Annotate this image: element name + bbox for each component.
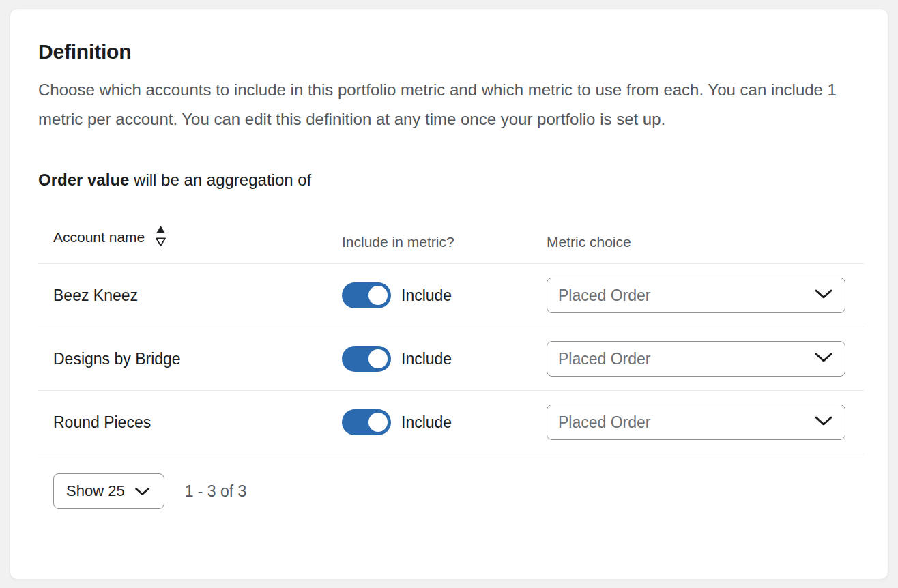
table-row: Beez Kneez Include Placed Order [38, 264, 864, 327]
include-toggle[interactable] [342, 409, 391, 435]
page-size-label: Show 25 [66, 482, 125, 500]
account-name-header-label: Account name [53, 229, 145, 246]
chevron-down-icon [814, 289, 833, 302]
toggle-knob [368, 349, 388, 368]
accounts-table: Account name Include in metric? Metric c… [38, 224, 864, 509]
account-name: Round Pieces [53, 413, 151, 431]
sort-icon[interactable] [155, 225, 166, 250]
pagination-range: 1 - 3 of 3 [185, 482, 247, 501]
metric-choice-value: Placed Order [558, 413, 651, 432]
account-name: Designs by Bridge [53, 350, 181, 368]
metric-name: Order value [38, 171, 129, 189]
definition-card: Definition Choose which accounts to incl… [10, 8, 888, 580]
include-toggle[interactable] [342, 346, 391, 372]
toggle-knob [368, 413, 388, 432]
page-title: Definition [38, 39, 863, 65]
account-name: Beez Kneez [53, 286, 138, 304]
include-toggle[interactable] [342, 282, 391, 308]
aggregation-line-rest: will be an aggregation of [129, 171, 311, 189]
aggregation-line: Order value will be an aggregation of [38, 171, 863, 190]
include-toggle-label: Include [401, 350, 452, 368]
column-header-metric-choice: Metric choice [547, 234, 631, 250]
chevron-down-icon [134, 482, 150, 500]
metric-choice-select[interactable]: Placed Order [547, 278, 845, 313]
metric-choice-select[interactable]: Placed Order [547, 405, 845, 440]
metric-choice-value: Placed Order [558, 286, 651, 305]
table-header-row: Account name Include in metric? Metric c… [38, 224, 864, 264]
include-toggle-label: Include [401, 413, 452, 432]
table-row: Designs by Bridge Include Placed Order [38, 327, 864, 391]
column-header-account-name[interactable]: Account name [53, 224, 166, 250]
table-row: Round Pieces Include Placed Order [38, 391, 864, 454]
chevron-down-icon [814, 415, 833, 429]
toggle-knob [368, 286, 388, 305]
page-description: Choose which accounts to include in this… [38, 75, 863, 134]
column-header-include: Include in metric? [342, 234, 454, 250]
include-toggle-label: Include [401, 286, 452, 305]
metric-choice-value: Placed Order [558, 350, 651, 368]
table-footer: Show 25 1 - 3 of 3 [38, 454, 864, 509]
page-size-select[interactable]: Show 25 [53, 473, 164, 509]
chevron-down-icon [814, 352, 833, 366]
metric-choice-select[interactable]: Placed Order [547, 341, 845, 377]
